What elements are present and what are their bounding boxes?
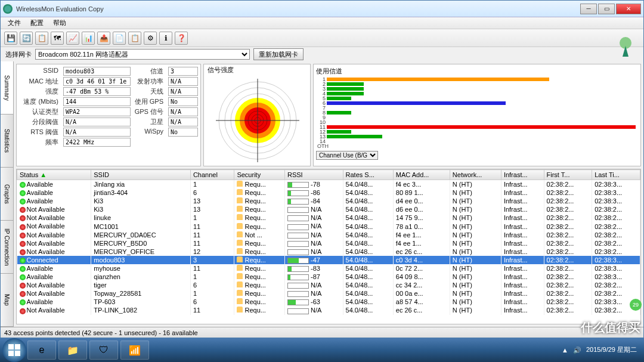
rssi-bar	[287, 207, 309, 213]
help-icon[interactable]: ❓	[175, 32, 188, 45]
rssi-bar	[287, 266, 309, 272]
gear-icon[interactable]: ⚙	[144, 32, 157, 45]
col-header[interactable]: Network...	[450, 170, 501, 180]
menu-file[interactable]: 文件	[3, 17, 26, 29]
task-wirelessmon-icon[interactable]: 📶	[120, 341, 149, 360]
radar-chart	[216, 79, 299, 162]
map-icon[interactable]: 🗺	[51, 32, 64, 45]
channel-use-select[interactable]: Channel Use (B/G	[316, 151, 378, 160]
table-row[interactable]: Available Ki313 Requ... -84 54.0/48...d4…	[17, 197, 640, 205]
tray-chevron-icon[interactable]: ▲	[562, 346, 568, 354]
menu-config[interactable]: 配置	[26, 17, 48, 29]
table-row[interactable]: Not Available Topway_2285811 Requ... N/A…	[17, 289, 640, 298]
lock-icon	[237, 231, 243, 237]
rssi-bar	[287, 241, 309, 247]
graph-icon[interactable]: 📈	[66, 32, 79, 45]
channel-panel: 使用信道 1 2 3 4 5 6 7 8	[313, 64, 641, 166]
app-icon	[3, 4, 13, 14]
info-label: 强度	[19, 87, 61, 96]
info-label: SSID	[19, 67, 61, 76]
col-header[interactable]: Last Ti...	[592, 170, 640, 180]
col-header[interactable]: First T...	[544, 170, 592, 180]
status-dot-icon	[20, 266, 26, 272]
table-row[interactable]: Not Available tiger6 Requ... N/A 54.0/48…	[17, 281, 640, 289]
info-value: N/A	[168, 107, 198, 116]
status-dot-icon	[20, 249, 26, 255]
task-360-icon[interactable]: 🛡	[89, 341, 118, 360]
col-header[interactable]: Status ▲	[17, 170, 91, 180]
table-row[interactable]: Not Available MC100111 Requ... N/A 54.0/…	[17, 222, 640, 230]
clipboard-icon[interactable]: 📋	[128, 32, 141, 45]
info-label: 分段阈值	[19, 117, 61, 126]
info-label: 速度 (Mbits)	[19, 97, 61, 106]
table-row[interactable]: Available qianzhen1 Requ... -87 54.0/48.…	[17, 273, 640, 281]
reload-icon[interactable]: 🔄	[20, 32, 33, 45]
log-icon[interactable]: 📋	[35, 32, 48, 45]
tab-statistics[interactable]: Statistics	[1, 115, 13, 168]
start-button[interactable]	[2, 338, 26, 362]
notification-badge[interactable]: 29	[630, 299, 642, 311]
rssi-bar	[287, 274, 309, 280]
table-row[interactable]: Not Available MERCURY_OFFICE12 Requ... N…	[17, 247, 640, 256]
tab-map[interactable]: Map	[1, 274, 13, 327]
col-header[interactable]: SSID	[91, 170, 191, 180]
table-row[interactable]: Available jintian3-4046 Requ... -86 54.0…	[17, 188, 640, 197]
table-row[interactable]: Not Available Ki313 Requ... N/A 54.0/48.…	[17, 205, 640, 214]
table-row[interactable]: Not Available TP-LINK_108211 Requ... N/A…	[17, 306, 640, 314]
info-label: 天线	[133, 87, 166, 96]
info-value: N/A	[168, 77, 198, 86]
table-row[interactable]: Available Jinlang xia1 Requ... -78 54.0/…	[17, 180, 640, 189]
ap-grid-container[interactable]: Status ▲SSIDChannelSecurityRSSIRates S..…	[16, 169, 641, 324]
task-explorer-icon[interactable]: 📁	[58, 341, 87, 360]
rssi-bar	[287, 190, 309, 196]
rssi-bar	[287, 182, 309, 188]
lock-icon	[237, 189, 243, 195]
col-header[interactable]: Infrast...	[501, 170, 544, 180]
info-icon[interactable]: ℹ	[159, 32, 172, 45]
status-dot-icon	[20, 190, 26, 196]
info-value: N/A	[168, 87, 198, 96]
maximize-button[interactable]: ▭	[598, 4, 615, 14]
menubar: 文件 配置 帮助	[1, 17, 643, 29]
info-value: N/A	[63, 117, 131, 126]
col-header[interactable]: Security	[234, 170, 285, 180]
status-dot-icon	[20, 241, 26, 247]
tab-summary[interactable]: Summary	[1, 61, 13, 115]
window-title: WirelessMon Evaluation Copy	[16, 5, 580, 13]
lock-icon	[237, 307, 243, 313]
channel-title: 使用信道	[316, 67, 638, 76]
lock-icon	[237, 290, 243, 296]
lock-icon	[237, 248, 243, 254]
tray-network-icon[interactable]: 🔊	[573, 346, 581, 354]
info-value: modou803	[63, 67, 131, 76]
status-dot-icon	[20, 233, 26, 239]
doc-icon[interactable]: 📄	[113, 32, 126, 45]
system-tray[interactable]: ▲ 🔊 2015/9/29 星期二	[562, 346, 642, 354]
titlebar[interactable]: WirelessMon Evaluation Copy ─ ▭ ✕	[1, 1, 643, 17]
col-header[interactable]: Channel	[190, 170, 234, 180]
adapter-select[interactable]: Broadcom 802.11n 网络适配器	[35, 49, 250, 60]
tab-ip-connection[interactable]: IP Connection	[1, 221, 13, 274]
antenna-icon	[614, 34, 637, 58]
col-header[interactable]: Rates S...	[343, 170, 393, 180]
col-header[interactable]: RSSI	[285, 170, 343, 180]
table-row[interactable]: Available myhouse11 Requ... -83 54.0/48.…	[17, 264, 640, 273]
minimize-button[interactable]: ─	[580, 4, 597, 14]
menu-help[interactable]: 帮助	[48, 17, 71, 29]
table-row[interactable]: Not Available MERCURY_0DA0EC11 Not ... N…	[17, 231, 640, 239]
close-button[interactable]: ✕	[616, 4, 641, 14]
table-row[interactable]: Not Available MERCURY_B5D011 Requ... N/A…	[17, 239, 640, 247]
export-icon[interactable]: 📤	[97, 32, 110, 45]
rssi-bar	[287, 233, 309, 239]
tray-datetime[interactable]: 2015/9/29 星期二	[586, 346, 637, 354]
table-row[interactable]: Available TP-6036 Requ... -63 54.0/48...…	[17, 298, 640, 306]
table-row[interactable]: Not Available linuke1 Requ... N/A 54.0/4…	[17, 214, 640, 222]
task-ie-icon[interactable]: e	[27, 341, 56, 360]
reload-adapter-button[interactable]: 重新加载网卡	[253, 48, 304, 60]
tab-graphs[interactable]: Graphs	[1, 168, 13, 221]
table-row[interactable]: Connected modou8033 Requ... -47 54.0/48.…	[17, 256, 640, 264]
col-header[interactable]: MAC Add...	[393, 170, 450, 180]
chart-icon[interactable]: 📊	[82, 32, 95, 45]
info-value: c0 3d 46 01 3f 1e	[63, 77, 131, 86]
save-icon[interactable]: 💾	[4, 32, 17, 45]
